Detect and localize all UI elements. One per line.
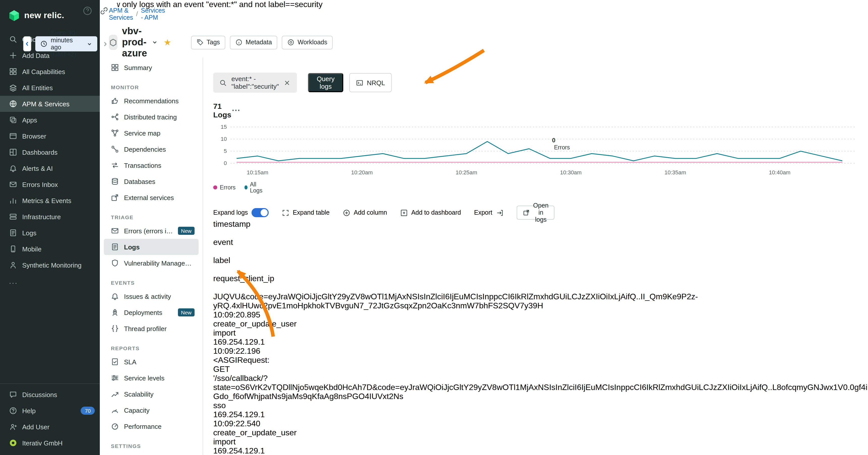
sidebar-item-label: ... — [9, 277, 18, 285]
new-relic-logo[interactable]: new relic. — [0, 0, 100, 31]
person-plus-icon — [9, 423, 17, 431]
synthetic-icon — [9, 261, 17, 269]
sidebar-item-label: Dashboards — [22, 149, 58, 156]
breadcrumb-services-apm[interactable]: Services - APM — [141, 7, 165, 21]
sidebar-item-apps[interactable]: Apps — [0, 112, 100, 128]
breadcrumb-apm-services[interactable]: APM & Services — [109, 7, 133, 21]
sidebar-item-label: All Entities — [22, 84, 53, 92]
annotation-arrow-search — [426, 51, 484, 83]
stack-icon — [9, 84, 17, 92]
expand-logs-toggle[interactable] — [251, 208, 269, 217]
sidebar-item-label: Mobile — [22, 245, 41, 253]
globe-icon — [9, 100, 17, 108]
phone-icon — [9, 245, 17, 253]
clock-icon — [40, 40, 47, 47]
help-circle-icon[interactable] — [83, 6, 92, 15]
time-picker[interactable]: Since 30 minutes ago (GMT+2) — [35, 36, 97, 52]
new-relic-logo-icon — [8, 9, 20, 22]
envelope-icon — [9, 181, 17, 189]
page-title: vbv-prod-azure — [122, 26, 147, 59]
tags-button[interactable]: Tags — [191, 35, 225, 49]
search-icon — [9, 35, 17, 43]
sidebar-item-all-capabilities[interactable]: All Capabilities — [0, 64, 100, 79]
page-header: APM & Services / Services - APM vbv-prod… — [100, 0, 117, 58]
chevron-down-icon — [87, 41, 92, 46]
time-picker-label: Since 30 minutes ago (GMT+2) — [51, 30, 83, 58]
sidebar-item-more[interactable]: ... — [0, 273, 100, 289]
sidebar-item-label: APM & Services — [22, 100, 69, 107]
dashboard-icon — [9, 148, 17, 156]
sidebar-footer: DiscussionsHelp70Add UserIterativ GmbH — [0, 384, 100, 455]
sidebar-item-synthetic-monitoring[interactable]: Synthetic Monitoring — [0, 257, 100, 273]
sidebar-item-discussions[interactable]: Discussions — [0, 387, 100, 402]
sidebar-item-label: Alerts & AI — [22, 164, 53, 172]
sidebar-item-dashboards[interactable]: Dashboards — [0, 144, 100, 160]
favorite-star-icon[interactable]: ★ — [163, 38, 172, 46]
sidebar-item-alerts-ai[interactable]: Alerts & AI — [0, 160, 100, 176]
time-forward-icon[interactable] — [101, 40, 109, 47]
sidebar-item-label: Synthetic Monitoring — [22, 261, 82, 269]
time-back-button[interactable] — [23, 36, 31, 52]
bell-icon — [9, 164, 17, 172]
hexagon-icon — [109, 38, 118, 46]
question-icon — [9, 407, 17, 415]
sidebar-item-label: Infrastructure — [22, 213, 61, 221]
sidebar-item-label: Add Data — [22, 52, 50, 59]
chevron-left-icon — [24, 40, 31, 47]
sidebar-item-iterativ-gmbh[interactable]: Iterativ GmbH — [0, 435, 100, 451]
apps-icon — [9, 116, 17, 124]
sidebar-item-label: Metrics & Events — [22, 197, 71, 204]
sidebar-item-apm-services[interactable]: APM & Services — [0, 96, 100, 112]
sidebar-item-logs[interactable]: Logs — [0, 225, 100, 241]
sidebar-item-label: Help — [22, 407, 36, 415]
browser-icon — [9, 132, 17, 140]
sidebar-item-label: Discussions — [22, 391, 57, 398]
sidebar-item-label: Apps — [22, 116, 37, 124]
sidebar-item-label: Errors Inbox — [22, 181, 58, 188]
logo-text: new relic. — [24, 10, 64, 21]
primary-sidebar: new relic. Quick FindAdd DataAll Capabil… — [0, 0, 100, 455]
app-window: new relic. Quick FindAdd DataAll Capabil… — [0, 0, 868, 455]
doc-icon — [9, 229, 17, 237]
bars-icon — [9, 196, 17, 204]
sidebar-item-add-user[interactable]: Add User — [0, 419, 100, 435]
workloads-button[interactable]: Workloads — [282, 35, 333, 49]
tag-icon — [196, 39, 204, 46]
workloads-icon — [287, 39, 294, 46]
infra-icon — [9, 213, 17, 221]
sidebar-item-help[interactable]: Help70 — [0, 402, 100, 419]
info-icon — [236, 39, 243, 46]
sidebar-item-label: Add User — [22, 423, 50, 430]
sidebar-item-errors-inbox[interactable]: Errors Inbox — [0, 176, 100, 193]
sidebar-item-mobile[interactable]: Mobile — [0, 241, 100, 257]
sidebar-nav: Quick FindAdd DataAll CapabilitiesAll En… — [0, 31, 100, 289]
breadcrumb-separator: / — [136, 10, 138, 18]
grid-icon — [9, 67, 17, 75]
help-count-badge: 70 — [81, 407, 95, 415]
sidebar-item-metrics-events[interactable]: Metrics & Events — [0, 193, 100, 208]
sidebar-item-label: Iterativ GmbH — [22, 439, 62, 447]
org-avatar-icon — [9, 439, 17, 447]
sidebar-item-browser[interactable]: Browser — [0, 128, 100, 144]
sidebar-item-infrastructure[interactable]: Infrastructure — [0, 208, 100, 225]
annotation-overlay: Show only logs with an event "event:*" a… — [100, 0, 868, 455]
entity-chevron-down-icon[interactable] — [152, 39, 157, 45]
sidebar-item-all-entities[interactable]: All Entities — [0, 79, 100, 96]
annotation-arrows — [100, 9, 868, 455]
annotation-arrow-logs — [238, 271, 273, 336]
sidebar-item-label: All Capabilities — [22, 68, 65, 75]
sidebar-item-label: Logs — [22, 229, 36, 236]
entity-badge — [109, 35, 118, 50]
annotation-text: Show only logs with an event "event:*" a… — [100, 0, 868, 9]
metadata-button[interactable]: Metadata — [230, 35, 278, 49]
permalink-icon[interactable] — [99, 6, 109, 15]
sidebar-item-label: Browser — [22, 132, 46, 140]
plus-icon — [9, 52, 17, 60]
chat-icon — [9, 390, 17, 398]
